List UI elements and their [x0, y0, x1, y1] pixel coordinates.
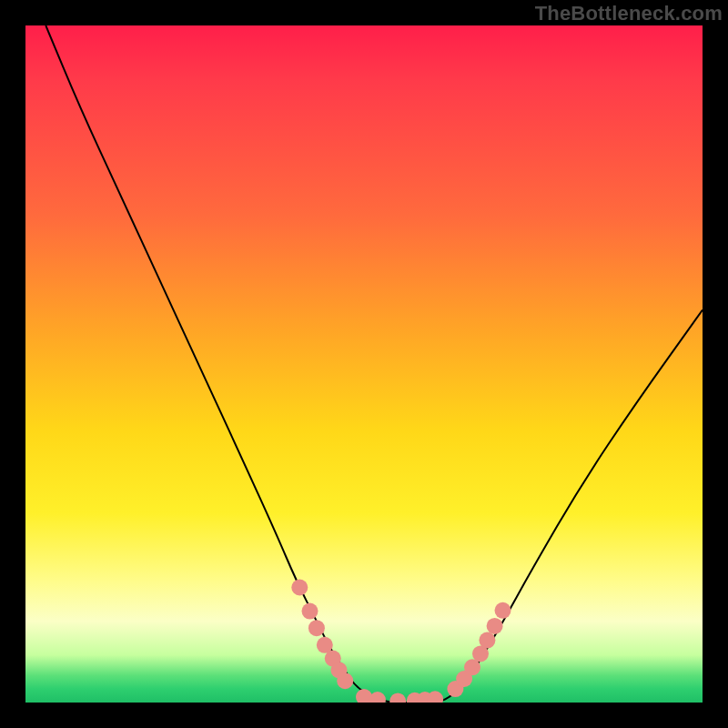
data-point-marker [495, 602, 511, 619]
data-point-marker [337, 672, 353, 689]
data-point-marker [308, 620, 325, 636]
chart-frame: TheBottleneck.com [0, 0, 728, 728]
data-point-marker [389, 693, 406, 703]
data-point-marker [369, 692, 386, 703]
data-point-marker [487, 618, 503, 634]
chart-svg [25, 25, 703, 703]
bottleneck-curve [46, 25, 703, 703]
data-point-marker [479, 632, 495, 649]
data-point-marker [427, 691, 443, 703]
data-point-marker [302, 603, 318, 620]
watermark-text: TheBottleneck.com [535, 2, 723, 25]
data-point-marker [291, 580, 308, 596]
data-point-marker [464, 659, 480, 675]
